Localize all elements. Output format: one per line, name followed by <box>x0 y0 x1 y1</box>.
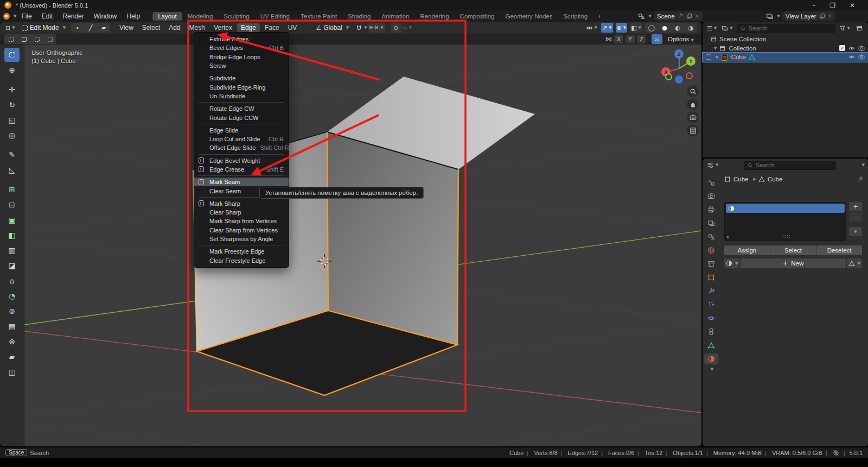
tab-geometry-nodes[interactable]: Geometry Nodes <box>500 12 558 21</box>
menu-item-set-sharpness-by-angle[interactable]: Set Sharpness by Angle <box>194 235 289 243</box>
snap-transform-icon[interactable]: ⁙ <box>652 34 662 44</box>
blender-menu-icon[interactable] <box>3 13 10 20</box>
gizmo-z-neg[interactable] <box>675 75 683 84</box>
menu-item-edge-slide[interactable]: Edge Slide <box>194 126 289 135</box>
grip-handle-icon[interactable]: ∷∷ <box>782 234 792 239</box>
deselect-button[interactable]: Deselect <box>816 245 862 255</box>
remove-slot-button[interactable]: − <box>849 212 862 222</box>
falloff-curve-icon[interactable]: ∿▼ <box>401 23 413 33</box>
tool-add-cube[interactable]: ⊞ <box>4 182 20 197</box>
menu-uv[interactable]: UV <box>284 23 301 32</box>
expand-arrow-icon[interactable]: ▸ <box>727 234 730 239</box>
add-workspace-button[interactable]: + <box>593 12 605 20</box>
mirror-x-toggle[interactable]: X <box>614 35 623 43</box>
face-select-button[interactable]: ▰ <box>97 23 110 33</box>
outliner-search-input[interactable] <box>749 25 832 31</box>
menu-item-edge-crease[interactable]: Edge CreaseShift E <box>194 165 289 174</box>
tab-collection[interactable] <box>704 258 718 269</box>
menu-vertex[interactable]: Vertex <box>210 23 236 32</box>
tool-bevel[interactable]: ◧ <box>4 228 20 242</box>
pin-icon[interactable] <box>678 13 684 19</box>
pan-hand-button[interactable] <box>687 98 699 110</box>
orientation-selector[interactable]: ∠ Global ▼ <box>316 24 349 31</box>
menu-item-screw[interactable]: Screw <box>194 61 289 70</box>
add-slot-button[interactable]: + <box>849 202 862 211</box>
checkbox-icon[interactable]: ✓ <box>839 45 845 51</box>
tab-sculpting[interactable]: Sculpting <box>218 12 254 21</box>
gizmos-dropdown[interactable]: ↗▼ <box>601 23 613 33</box>
outliner-row-collection[interactable]: ▼ Collection ✓ <box>703 44 868 53</box>
tool-poly-build[interactable]: ⌂ <box>4 274 20 288</box>
tool-cursor[interactable]: ⊕ <box>4 63 20 77</box>
tab-world[interactable] <box>704 245 718 256</box>
menu-select[interactable]: Select <box>138 23 164 32</box>
chevron-down-icon[interactable]: ▼ <box>862 163 865 167</box>
tab-animation[interactable]: Animation <box>376 12 414 21</box>
tab-object-data[interactable] <box>704 340 718 351</box>
gizmo-x-neg[interactable] <box>686 72 693 79</box>
menu-window[interactable]: Window <box>89 12 122 21</box>
hide-eye-icon[interactable] <box>848 45 855 52</box>
menu-edge[interactable]: Edge <box>237 23 260 32</box>
chevron-right-icon[interactable]: ▼ <box>715 56 719 59</box>
menu-item-offset-edge-slide[interactable]: Offset Edge SlideShift Ctrl R <box>194 143 289 152</box>
gizmo-y-neg[interactable] <box>665 73 672 80</box>
menu-item-subdivide[interactable]: Subdivide <box>194 74 289 83</box>
minimize-button[interactable]: – <box>812 2 815 9</box>
overlays-dropdown[interactable]: ⊚▼ <box>616 23 628 33</box>
tab-particles[interactable] <box>704 299 718 310</box>
material-slot-selected[interactable] <box>726 204 845 213</box>
visibility-dropdown[interactable]: ▼ <box>585 23 598 33</box>
menu-mesh[interactable]: Mesh <box>186 23 209 32</box>
menu-render[interactable]: Render <box>58 12 88 21</box>
chevron-down-icon[interactable]: ▼ <box>714 46 717 51</box>
tab-shading[interactable]: Shading <box>342 12 376 21</box>
edge-select-button[interactable]: ╱ <box>84 23 97 33</box>
menu-item-loop-cut-and-slide[interactable]: Loop Cut and SlideCtrl R <box>194 135 289 143</box>
menu-help[interactable]: Help <box>122 12 145 21</box>
tab-output[interactable] <box>704 204 718 215</box>
navigation-gizmo[interactable]: Z X Y <box>658 47 701 90</box>
tab-physics[interactable] <box>704 313 718 324</box>
viewport-canvas[interactable] <box>24 45 701 446</box>
close-icon[interactable]: ✕ <box>695 13 699 19</box>
tool-rotate[interactable]: ↻ <box>4 98 20 112</box>
menu-add[interactable]: Add <box>165 23 184 32</box>
close-button[interactable]: ✕ <box>850 2 855 9</box>
tab-rendering[interactable]: Rendering <box>415 12 455 21</box>
proportional-editing-icon[interactable]: ⊙ <box>391 23 401 33</box>
disable-render-icon[interactable] <box>858 54 865 60</box>
new-collection-button[interactable] <box>854 23 865 33</box>
tab-modeling[interactable]: Modeling <box>182 12 219 21</box>
tab-scene[interactable] <box>704 231 718 242</box>
select-new-icon[interactable] <box>4 34 17 44</box>
menu-item-mark-sharp[interactable]: Mark Sharp <box>194 199 289 208</box>
tool-loop-cut[interactable]: ▥ <box>4 243 20 257</box>
mirror-z-toggle[interactable]: Z <box>637 35 646 43</box>
display-mode-dropdown[interactable]: ☰▼ <box>706 23 718 33</box>
disable-render-icon[interactable] <box>858 45 865 52</box>
tool-rip-region[interactable]: ◫ <box>4 365 20 379</box>
menu-item-mark-seam[interactable]: Mark Seam <box>194 178 289 186</box>
tool-edge-slide[interactable]: ▤ <box>4 319 20 333</box>
menu-face[interactable]: Face <box>261 23 283 32</box>
menu-item-mark-sharp-from-vertices[interactable]: Mark Sharp from Vertices <box>194 217 289 225</box>
tab-compositing[interactable]: Compositing <box>455 12 500 21</box>
xray-toggle[interactable]: ◧▼ <box>630 23 642 33</box>
scene-selector[interactable]: ▼ Scene ✕ <box>637 11 703 21</box>
vertex-select-button[interactable]: ∙ <box>71 23 84 33</box>
editor-type-button[interactable]: ⊡▼ <box>4 23 16 33</box>
menu-item-rotate-edge-ccw[interactable]: Rotate Edge CCW <box>194 113 289 122</box>
tool-select-box[interactable] <box>4 48 20 62</box>
tab-constraints[interactable] <box>704 326 718 337</box>
select-extend-icon[interactable] <box>17 34 30 44</box>
assign-button[interactable]: Assign <box>724 245 770 255</box>
tab-view-layer[interactable] <box>704 218 718 229</box>
pin-icon[interactable] <box>857 176 864 182</box>
tool-shear[interactable]: ▰ <box>4 350 20 364</box>
menu-item-extrude-edges[interactable]: Extrude Edges <box>194 35 289 43</box>
menu-edit[interactable]: Edit <box>37 12 58 21</box>
material-slot-list[interactable]: ▸ ∷∷ <box>724 202 846 241</box>
menu-item-clear-sharp-from-vertices[interactable]: Clear Sharp from Vertices <box>194 226 289 235</box>
menu-file[interactable]: File <box>16 12 36 21</box>
